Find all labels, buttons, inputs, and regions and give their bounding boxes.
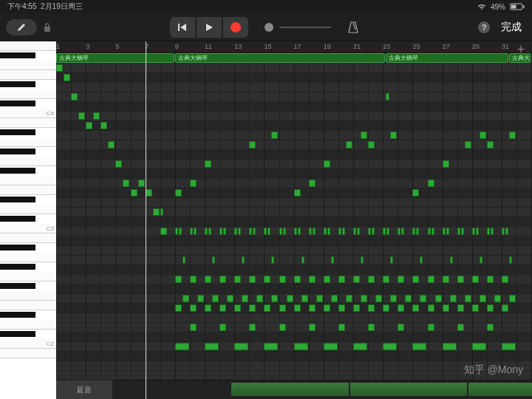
velocity-label[interactable]: 延音 — [56, 381, 112, 399]
midi-note[interactable] — [502, 228, 505, 235]
midi-note[interactable] — [480, 295, 486, 302]
midi-note[interactable] — [412, 304, 419, 312]
midi-note[interactable] — [398, 304, 404, 312]
midi-note[interactable] — [487, 141, 494, 149]
black-key[interactable] — [0, 81, 35, 87]
midi-note[interactable] — [390, 256, 393, 264]
midi-note[interactable] — [491, 228, 494, 235]
midi-note[interactable] — [197, 295, 204, 302]
midi-note[interactable] — [71, 93, 78, 100]
midi-note[interactable] — [372, 228, 375, 235]
midi-note[interactable] — [100, 122, 107, 129]
midi-note[interactable] — [461, 228, 464, 235]
midi-note[interactable] — [472, 228, 475, 235]
midi-note[interactable] — [316, 295, 323, 302]
midi-note[interactable] — [509, 256, 512, 264]
midi-note[interactable] — [324, 276, 330, 283]
playhead[interactable] — [146, 41, 146, 399]
midi-note[interactable] — [450, 295, 457, 302]
midi-note[interactable] — [279, 324, 286, 331]
midi-note[interactable] — [175, 228, 178, 235]
black-key[interactable] — [0, 168, 35, 174]
midi-note[interactable] — [420, 256, 423, 264]
black-key[interactable] — [0, 312, 35, 318]
volume-slider[interactable] — [265, 23, 331, 32]
midi-note[interactable] — [234, 276, 241, 283]
midi-note[interactable] — [205, 276, 211, 283]
midi-note[interactable] — [368, 304, 375, 312]
midi-note[interactable] — [324, 343, 338, 350]
midi-note[interactable] — [361, 295, 367, 302]
midi-note[interactable] — [398, 228, 400, 235]
midi-note[interactable] — [405, 295, 412, 302]
midi-note[interactable] — [194, 228, 197, 235]
midi-note[interactable] — [219, 324, 226, 331]
midi-note[interactable] — [279, 276, 286, 283]
white-key[interactable]: C2 — [0, 339, 56, 349]
record-button[interactable] — [223, 17, 248, 38]
midi-note[interactable] — [175, 343, 189, 350]
white-key[interactable]: C4 — [0, 109, 56, 118]
midi-note[interactable] — [294, 276, 301, 283]
midi-note[interactable] — [487, 304, 494, 312]
black-key[interactable] — [0, 129, 35, 135]
midi-note[interactable] — [480, 132, 486, 139]
midi-note[interactable] — [383, 343, 397, 350]
midi-note[interactable] — [309, 304, 316, 312]
midi-note[interactable] — [64, 74, 70, 81]
midi-note[interactable] — [390, 295, 397, 302]
midi-note[interactable] — [383, 276, 389, 283]
midi-note[interactable] — [476, 228, 479, 235]
midi-note[interactable] — [294, 189, 301, 197]
midi-note[interactable] — [123, 180, 129, 187]
midi-region[interactable]: 古典大钢琴 — [386, 53, 508, 63]
midi-note[interactable] — [179, 228, 182, 235]
midi-note[interactable] — [249, 141, 256, 149]
midi-note[interactable] — [383, 304, 389, 312]
done-button[interactable]: 完成 — [497, 18, 526, 37]
piano-roll-grid[interactable]: 135791113151719212325272931 古典大钢琴古典大钢琴古典… — [56, 41, 532, 399]
white-key[interactable] — [0, 157, 56, 166]
black-key[interactable] — [0, 331, 35, 337]
midi-note[interactable] — [353, 228, 356, 235]
midi-note[interactable] — [86, 122, 92, 129]
midi-note[interactable] — [368, 276, 375, 283]
sustain-region[interactable] — [350, 383, 468, 396]
midi-note[interactable] — [256, 295, 263, 302]
white-key[interactable] — [0, 205, 56, 214]
midi-note[interactable] — [271, 256, 274, 264]
midi-note[interactable] — [487, 324, 494, 331]
midi-note[interactable] — [509, 132, 516, 139]
midi-note[interactable] — [443, 343, 457, 350]
midi-note[interactable] — [138, 180, 145, 187]
midi-note[interactable] — [502, 343, 516, 350]
midi-note[interactable] — [56, 64, 63, 72]
midi-note[interactable] — [361, 132, 367, 139]
midi-note[interactable] — [487, 276, 494, 283]
midi-note[interactable] — [219, 304, 226, 312]
midi-note[interactable] — [190, 324, 197, 331]
midi-note[interactable] — [450, 256, 453, 264]
white-key[interactable]: C3 — [0, 224, 56, 233]
white-key[interactable] — [0, 137, 56, 147]
midi-note[interactable] — [264, 276, 270, 283]
midi-note[interactable] — [331, 256, 334, 264]
white-key[interactable] — [0, 61, 56, 70]
midi-note[interactable] — [309, 228, 312, 235]
midi-note[interactable] — [183, 295, 189, 302]
black-key[interactable] — [0, 149, 35, 154]
midi-note[interactable] — [219, 228, 222, 235]
midi-note[interactable] — [271, 295, 278, 302]
midi-note[interactable] — [219, 276, 226, 283]
midi-note[interactable] — [472, 276, 479, 283]
midi-note[interactable] — [183, 256, 185, 264]
midi-note[interactable] — [428, 180, 434, 187]
midi-note[interactable] — [480, 256, 482, 264]
sustain-region[interactable] — [231, 383, 349, 396]
black-key[interactable] — [0, 52, 35, 58]
midi-note[interactable] — [353, 304, 360, 312]
black-key[interactable] — [0, 283, 35, 289]
midi-note[interactable] — [368, 324, 375, 331]
midi-note[interactable] — [309, 324, 316, 331]
midi-note[interactable] — [368, 228, 371, 235]
